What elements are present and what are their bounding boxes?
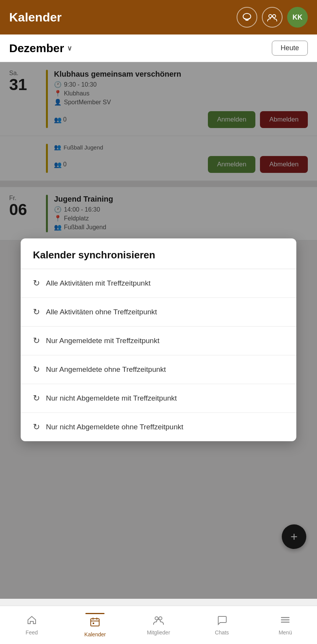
sync-option-6[interactable]: ↻ Nur nicht Abgemeldete ohne Treffzeitpu… (21, 413, 296, 441)
month-label: Dezember (9, 42, 64, 55)
sync-icon-1: ↻ (33, 278, 40, 288)
nav-item-mitglieder[interactable]: Mitglieder (127, 611, 190, 639)
nav-icon-chats (217, 614, 227, 628)
nav-item-kalender[interactable]: Kalender (64, 610, 127, 641)
modal-header: Kalender synchronisieren (21, 238, 296, 269)
sync-icon-2: ↻ (33, 307, 40, 317)
sync-option-3[interactable]: ↻ Nur Angemeldete mit Treffzeitpunkt (21, 327, 296, 355)
svg-rect-5 (93, 623, 94, 624)
sync-option-label-2: Alle Aktivitäten ohne Treffzeitpunkt (46, 308, 157, 316)
sync-icon-5: ↻ (33, 393, 40, 403)
nav-item-feed[interactable]: Feed (0, 611, 64, 639)
nav-item-menu[interactable]: Menü (253, 611, 317, 639)
nav-label-chats: Chats (215, 629, 229, 636)
group-icon-btn[interactable] (262, 7, 283, 28)
sync-option-5[interactable]: ↻ Nur nicht Abgemeldete mit Treffzeitpun… (21, 384, 296, 413)
modal-title: Kalender synchronisieren (33, 249, 284, 261)
user-avatar[interactable]: KK (287, 7, 308, 28)
month-bar: Dezember ∨ Heute (0, 34, 317, 62)
sync-option-label-6: Nur nicht Abgemeldete ohne Treffzeitpunk… (46, 423, 183, 431)
nav-icon-mitglieder (153, 614, 164, 628)
sync-icon-3: ↻ (33, 336, 40, 346)
sync-option-label-5: Nur nicht Abgemeldete mit Treffzeitpunkt (46, 394, 177, 402)
nav-label-menu: Menü (279, 629, 292, 636)
sync-icon-4: ↻ (33, 365, 40, 375)
nav-label-mitglieder: Mitglieder (147, 629, 170, 636)
notification-icon-btn[interactable] (237, 7, 257, 28)
calendar-content: Sa. 31 Klubhaus gemeinsam verschönern 🕐 … (0, 62, 317, 599)
bottom-nav: Feed Kalender Mitglieder (0, 606, 317, 644)
app-header: Kalender KK (0, 0, 317, 34)
nav-icon-menu (280, 614, 291, 628)
sync-option-label-4: Nur Angemeldete ohne Treffzeitpunkt (46, 365, 166, 374)
sync-modal: Kalender synchronisieren ↻ Alle Aktivitä… (21, 238, 296, 441)
today-button[interactable]: Heute (272, 41, 308, 56)
nav-icon-kalender (90, 616, 100, 630)
svg-rect-4 (91, 619, 99, 626)
sync-option-label-1: Alle Aktivitäten mit Treffzeitpunkt (46, 279, 150, 288)
sync-option-4[interactable]: ↻ Nur Angemeldete ohne Treffzeitpunkt (21, 355, 296, 384)
header-icons: KK (237, 7, 308, 28)
svg-rect-1 (245, 20, 248, 21)
modal-overlay[interactable]: Kalender synchronisieren ↻ Alle Aktivitä… (0, 62, 317, 599)
month-title[interactable]: Dezember ∨ (9, 42, 72, 55)
app-title: Kalender (9, 10, 62, 25)
month-chevron-icon: ∨ (67, 44, 72, 53)
sync-icon-6: ↻ (33, 422, 40, 432)
nav-active-bar (85, 613, 105, 614)
sync-option-2[interactable]: ↻ Alle Aktivitäten ohne Treffzeitpunkt (21, 298, 296, 327)
nav-label-kalender: Kalender (84, 631, 106, 637)
nav-icon-feed (26, 614, 37, 628)
nav-label-feed: Feed (26, 629, 38, 636)
sync-option-1[interactable]: ↻ Alle Aktivitäten mit Treffzeitpunkt (21, 269, 296, 298)
nav-item-chats[interactable]: Chats (190, 611, 254, 639)
sync-option-label-3: Nur Angemeldete mit Treffzeitpunkt (46, 337, 159, 345)
